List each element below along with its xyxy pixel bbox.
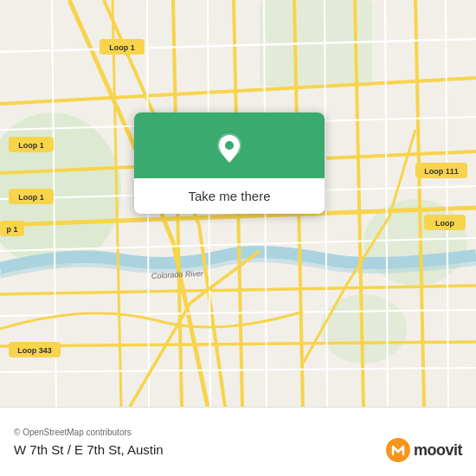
location-pin-icon [210,130,248,168]
map-attribution: © OpenStreetMap contributors [14,428,462,437]
svg-text:Loop: Loop [435,219,454,228]
svg-text:Loop 1: Loop 1 [109,43,135,52]
map-container: Loop 1 Loop 1 Loop 1 Loop 111 Loop Loop … [0,0,476,407]
take-me-there-button[interactable]: Take me there [134,178,325,214]
moovit-logo: moovit [386,438,462,462]
svg-text:Loop 1: Loop 1 [18,141,44,150]
svg-text:Loop 1: Loop 1 [18,193,44,202]
moovit-icon [386,438,410,462]
svg-text:Loop 343: Loop 343 [17,346,52,355]
popup-card: Take me there [134,113,325,214]
svg-text:p 1: p 1 [6,225,17,234]
moovit-text: moovit [414,441,462,460]
popup-green-area [134,113,325,178]
svg-text:Loop 111: Loop 111 [424,167,459,176]
svg-point-21 [225,141,234,150]
bottom-bar: © OpenStreetMap contributors W 7th St / … [0,407,476,476]
